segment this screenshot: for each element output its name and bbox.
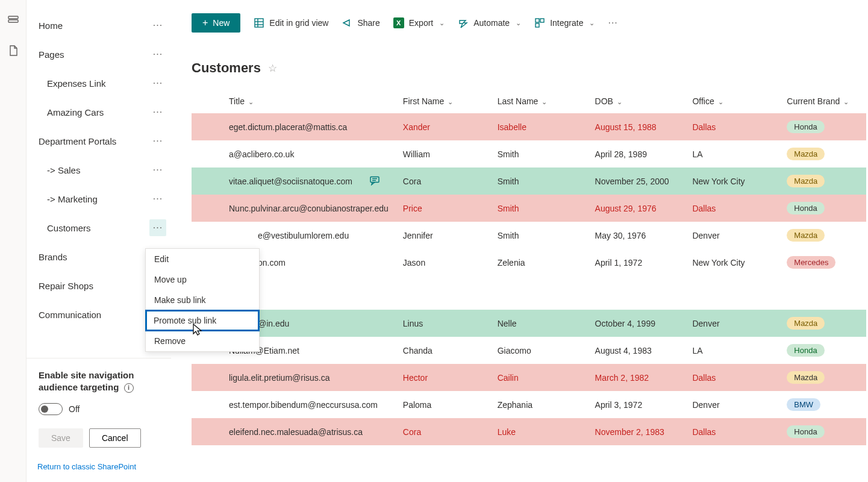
cell-last-name: Nelle xyxy=(492,310,589,337)
cell-last-name: Smith xyxy=(492,222,589,249)
svg-rect-8 xyxy=(535,23,539,27)
cell-title: ligula.elit.pretium@risus.ca xyxy=(192,364,397,391)
col-header-first-name[interactable]: First Name⌄ xyxy=(397,89,492,113)
svg-rect-6 xyxy=(535,19,539,22)
sidebar-item-customers[interactable]: Customers··· xyxy=(27,213,171,242)
cell-brand: Mazda xyxy=(781,310,866,337)
cell-last-name: Zelenia xyxy=(492,249,589,276)
sidebar-item-department-portals[interactable]: Department Portals··· xyxy=(27,127,171,155)
audience-toggle[interactable] xyxy=(39,403,63,415)
cell-last-name: Luke xyxy=(492,418,589,445)
customers-table-wrapper[interactable]: Title⌄ First Name⌄ Last Name⌄ DOB⌄ Offic… xyxy=(192,89,868,445)
cell-brand: Honda xyxy=(781,113,866,140)
table-row[interactable]: eleifend.nec.malesuada@atrisus.caCoraLuk… xyxy=(192,418,866,445)
share-button[interactable]: Share xyxy=(342,17,379,28)
cell-last-name: Zephania xyxy=(492,391,589,418)
sidebar-item-home[interactable]: Home··· xyxy=(27,11,171,40)
more-dots-icon: ··· xyxy=(153,107,163,117)
table-row[interactable]: @in.eduLinusNelleOctober 4, 1999DenverMa… xyxy=(192,310,866,337)
comment-icon[interactable] xyxy=(369,175,380,187)
table-row[interactable]: est.tempor.bibendum@neccursusa.comPaloma… xyxy=(192,391,866,418)
cancel-button[interactable]: Cancel xyxy=(89,428,141,448)
audience-targeting-block: Enable site navigation audience targetin… xyxy=(27,358,171,454)
cell-dob: November 25, 2000 xyxy=(589,167,687,195)
favorite-star-icon[interactable]: ☆ xyxy=(268,62,277,75)
nav-item-more-button[interactable]: ··· xyxy=(149,46,166,63)
cell-dob: August 4, 1983 xyxy=(589,337,687,364)
edit-grid-button[interactable]: Edit in grid view xyxy=(254,17,328,28)
nav-item-more-button[interactable]: ··· xyxy=(149,104,166,120)
brand-pill: Mazda xyxy=(787,148,825,160)
col-header-office[interactable]: Office⌄ xyxy=(686,89,781,113)
nav-item-more-button[interactable]: ··· xyxy=(149,75,166,92)
nav-item-more-button[interactable]: ··· xyxy=(149,161,166,178)
brand-pill: Honda xyxy=(787,344,824,357)
sidebar-item--sales[interactable]: -> Sales··· xyxy=(27,155,171,184)
chevron-down-icon: ⌄ xyxy=(617,98,622,105)
export-button[interactable]: X Export ⌄ xyxy=(393,17,445,28)
cell-office: Denver xyxy=(686,391,781,418)
table-row[interactable]: vitae.aliquet@sociisnatoque.comCoraSmith… xyxy=(192,167,866,195)
command-bar: + New Edit in grid view Share X Export ⌄… xyxy=(192,0,868,41)
context-menu-make-sub-link[interactable]: Make sub link xyxy=(146,290,259,310)
context-menu-remove[interactable]: Remove xyxy=(146,331,259,351)
app-rail xyxy=(0,0,27,482)
table-row[interactable]: on.comJasonZeleniaApril 1, 1972New York … xyxy=(192,249,866,276)
cell-title: Nunc.pulvinar.arcu@conubianostraper.edu xyxy=(192,195,397,222)
context-menu-promote-sub-link[interactable]: Promote sub link xyxy=(145,310,260,331)
cell-dob: November 2, 1983 xyxy=(589,418,687,445)
context-menu-move-up[interactable]: Move up xyxy=(146,269,259,290)
cell-last-name: Smith xyxy=(492,195,589,222)
customers-table: Title⌄ First Name⌄ Last Name⌄ DOB⌄ Offic… xyxy=(192,89,866,445)
table-row[interactable]: e@vestibulumlorem.eduJenniferSmithMay 30… xyxy=(192,222,866,249)
brand-pill: Mazda xyxy=(787,371,825,384)
cell-office: LA xyxy=(686,140,781,167)
sidebar-item-label: Customers xyxy=(47,223,91,233)
col-header-dob[interactable]: DOB⌄ xyxy=(589,89,687,113)
col-header-last-name[interactable]: Last Name⌄ xyxy=(492,89,589,113)
nav-item-context-menu: EditMove upMake sub linkPromote sub link… xyxy=(145,248,260,352)
cell-brand: Mazda xyxy=(781,167,866,195)
chevron-down-icon: ⌄ xyxy=(589,19,595,27)
brand-pill: Mercedes xyxy=(787,256,835,269)
file-icon[interactable] xyxy=(7,45,19,57)
col-header-title[interactable]: Title⌄ xyxy=(192,89,397,113)
sidebar-item-pages[interactable]: Pages··· xyxy=(27,40,171,69)
cell-first-name: Paloma xyxy=(397,391,492,418)
cell-first-name: Xander xyxy=(397,113,492,140)
chevron-down-icon: ⌄ xyxy=(248,98,254,105)
automate-button[interactable]: Automate ⌄ xyxy=(458,17,521,28)
integrate-button[interactable]: Integrate ⌄ xyxy=(534,17,595,28)
col-header-brand[interactable]: Current Brand⌄ xyxy=(781,89,866,113)
sidebar-item-expenses-link[interactable]: Expenses Link··· xyxy=(27,69,171,98)
info-icon[interactable]: i xyxy=(124,383,134,393)
table-row[interactable]: Nunc.pulvinar.arcu@conubianostraper.eduP… xyxy=(192,195,866,222)
cell-office: Dallas xyxy=(686,364,781,391)
table-row[interactable]: ligula.elit.pretium@risus.caHectorCailin… xyxy=(192,364,866,391)
return-classic-link[interactable]: Return to classic SharePoint xyxy=(27,454,171,476)
list-title: Customers xyxy=(192,60,261,76)
cell-brand: Mazda xyxy=(781,222,866,249)
cell-office: Denver xyxy=(686,222,781,249)
nav-item-more-button[interactable]: ··· xyxy=(149,190,166,207)
sidebar-item-amazing-cars[interactable]: Amazing Cars··· xyxy=(27,98,171,127)
cell-last-name: Smith xyxy=(492,167,589,195)
context-menu-edit[interactable]: Edit xyxy=(146,249,259,269)
table-row[interactable]: Nullam@Etiam.netChandaGiacomoAugust 4, 1… xyxy=(192,337,866,364)
nav-item-more-button[interactable]: ··· xyxy=(149,17,166,34)
cell-first-name: Jennifer xyxy=(397,222,492,249)
table-row[interactable]: eget.dictum.placerat@mattis.caXanderIsab… xyxy=(192,113,866,140)
more-dots-icon: ··· xyxy=(153,223,163,233)
sidebar-item--marketing[interactable]: -> Marketing··· xyxy=(27,184,171,213)
database-icon[interactable] xyxy=(7,14,19,27)
nav-item-more-button[interactable]: ··· xyxy=(149,219,166,236)
chevron-down-icon: ⌄ xyxy=(516,19,521,27)
table-row[interactable]: a@aclibero.co.ukWilliamSmithApril 28, 19… xyxy=(192,140,866,167)
brand-pill: Honda xyxy=(787,202,824,214)
cell-first-name: Price xyxy=(397,195,492,222)
brand-pill: Honda xyxy=(787,425,824,438)
new-button[interactable]: + New xyxy=(192,13,240,33)
cell-title: eleifend.nec.malesuada@atrisus.ca xyxy=(192,418,397,445)
more-commands-button[interactable]: ··· xyxy=(608,17,617,28)
nav-item-more-button[interactable]: ··· xyxy=(149,133,166,149)
